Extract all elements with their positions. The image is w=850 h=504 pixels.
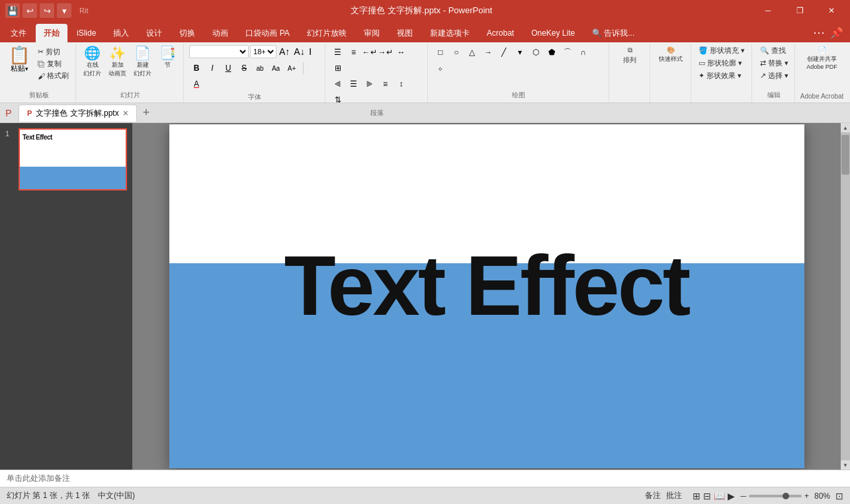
- pin-ribbon-icon[interactable]: 📌: [830, 26, 843, 39]
- note-bar[interactable]: 单击此处添加备注: [0, 470, 850, 487]
- shape4[interactable]: ⌒: [560, 45, 575, 60]
- file-tab-close-button[interactable]: ×: [123, 108, 128, 118]
- tab-design[interactable]: 设计: [138, 24, 170, 42]
- italic-button[interactable]: I: [205, 61, 220, 75]
- view-normal-button[interactable]: ⊞: [693, 491, 701, 501]
- format-painter-button[interactable]: 🖌 格式刷: [35, 70, 71, 81]
- decrease-indent-button[interactable]: ←↵: [362, 45, 377, 60]
- zoom-out-icon[interactable]: ─: [740, 491, 746, 501]
- slide-thumbnail[interactable]: Text Effect: [19, 128, 127, 190]
- rectangle-tool[interactable]: □: [433, 45, 448, 60]
- shape-effect-button[interactable]: ✦ 形状效果 ▾: [696, 70, 747, 81]
- columns-button[interactable]: ⊞: [331, 61, 345, 75]
- rtl-button[interactable]: ↔: [394, 45, 409, 60]
- fit-to-window-button[interactable]: ⊡: [835, 491, 843, 501]
- increase-indent-button[interactable]: →↵: [378, 45, 393, 60]
- shape2[interactable]: ⬡: [529, 45, 543, 60]
- cut-button[interactable]: ✂ 剪切: [35, 46, 71, 58]
- underline-button[interactable]: U: [221, 61, 235, 75]
- tab-slideshow[interactable]: 幻灯片放映: [299, 24, 355, 42]
- arrow-tool[interactable]: →: [481, 45, 495, 60]
- tab-review[interactable]: 审阅: [356, 24, 388, 42]
- font-size-select[interactable]: 18+: [250, 45, 276, 58]
- line-spacing-button[interactable]: ↕: [394, 77, 409, 91]
- align-right-button[interactable]: ⫸: [362, 77, 377, 91]
- charspacing-button[interactable]: ab: [253, 61, 267, 75]
- tab-file[interactable]: 文件: [3, 24, 34, 42]
- shape-fill-button[interactable]: 🪣 形状填充 ▾: [696, 45, 747, 56]
- zoom-in-icon[interactable]: +: [804, 491, 809, 501]
- view-slideshow-button[interactable]: ▶: [728, 491, 735, 501]
- online-slides-button[interactable]: 🌐 在线幻灯片: [81, 45, 105, 79]
- new-animation-button[interactable]: ✨ 新加动画页: [106, 45, 130, 79]
- align-left-button[interactable]: ⫷: [331, 77, 345, 91]
- shape-outline-button[interactable]: ▭ 形状轮廓 ▾: [696, 58, 747, 69]
- tab-pa[interactable]: 口袋动画 PA: [237, 24, 297, 42]
- quick-styles-button[interactable]: 🎨 快速样式: [656, 45, 685, 65]
- circle-tool[interactable]: ○: [449, 45, 464, 60]
- new-slide-button[interactable]: 📄 新建幻灯片: [131, 45, 155, 79]
- section-button[interactable]: 📑 节: [156, 45, 180, 71]
- tab-acrobat[interactable]: Acrobat: [479, 24, 522, 42]
- find-button[interactable]: 🔍 查找: [757, 45, 791, 56]
- paste-button[interactable]: 📋 粘贴▾: [6, 45, 32, 75]
- bullets-button[interactable]: ☰: [331, 45, 345, 60]
- bold-button[interactable]: B: [189, 61, 204, 75]
- view-sorter-button[interactable]: ⊟: [703, 491, 711, 501]
- shape6[interactable]: ⬦: [433, 61, 448, 75]
- text-direction-button[interactable]: ⇅: [331, 93, 345, 107]
- slide-main-text[interactable]: Text Effect: [169, 243, 804, 328]
- copy-button[interactable]: ⿻ 复制: [35, 58, 71, 69]
- notes-button[interactable]: 备注: [645, 490, 661, 501]
- collapse-ribbon-icon[interactable]: ⋯: [813, 25, 825, 40]
- numbering-button[interactable]: ≡: [347, 45, 361, 60]
- save-icon[interactable]: 💾: [5, 3, 20, 18]
- strikethrough-button[interactable]: S: [237, 61, 251, 75]
- file-tab-active[interactable]: P 文字撞色 文字拆解.pptx ×: [19, 105, 137, 122]
- tab-tellme[interactable]: 🔍告诉我...: [584, 24, 642, 42]
- fontsize-ext-button[interactable]: A+: [284, 61, 299, 75]
- tab-newtab[interactable]: 新建选项卡: [422, 24, 478, 42]
- create-pdf-button[interactable]: 📄 创建并共享Adobe PDF: [804, 45, 840, 71]
- shape5[interactable]: ∩: [576, 45, 591, 60]
- increase-font-icon[interactable]: A↑: [278, 45, 291, 58]
- font-family-select[interactable]: [189, 45, 249, 58]
- select-button[interactable]: ↗ 选择 ▾: [757, 70, 791, 81]
- textcase-button[interactable]: Aa: [269, 61, 283, 75]
- clear-format-icon[interactable]: Ⅰ: [308, 45, 313, 58]
- shapes-more-button[interactable]: ▾: [513, 45, 527, 60]
- align-center-button[interactable]: ☰: [347, 77, 361, 91]
- canvas-area[interactable]: Text Effect: [132, 123, 841, 470]
- view-reading-button[interactable]: 📖: [714, 491, 725, 501]
- restore-button[interactable]: ❐: [786, 0, 813, 21]
- triangle-tool[interactable]: △: [465, 45, 480, 60]
- minimize-button[interactable]: ─: [755, 0, 781, 21]
- zoom-level: 80%: [814, 491, 830, 501]
- scroll-thumb[interactable]: [841, 135, 849, 175]
- scroll-down-arrow[interactable]: ▼: [841, 460, 850, 470]
- close-button[interactable]: ✕: [818, 0, 845, 21]
- line-tool[interactable]: ╱: [497, 45, 511, 60]
- tab-home[interactable]: 开始: [36, 24, 67, 42]
- scroll-up-arrow[interactable]: ▲: [841, 123, 850, 132]
- justify-button[interactable]: ≡: [378, 77, 393, 91]
- decrease-font-icon[interactable]: A↓: [292, 45, 306, 58]
- main-area: 1 Text Effect Text Effect ▲ ▼: [0, 123, 850, 470]
- tab-transitions[interactable]: 切换: [171, 24, 203, 42]
- replace-button[interactable]: ⇄ 替换 ▾: [757, 58, 791, 69]
- shape3[interactable]: ⬟: [544, 45, 559, 60]
- arrange-button[interactable]: ⧉ 排列: [618, 45, 642, 66]
- undo-icon[interactable]: ↩: [22, 3, 37, 18]
- tab-insert[interactable]: 插入: [105, 24, 137, 42]
- font-color-button[interactable]: A: [189, 77, 204, 91]
- tab-animations[interactable]: 动画: [204, 24, 236, 42]
- zoom-slider[interactable]: [749, 495, 802, 497]
- add-tab-button[interactable]: +: [138, 105, 154, 121]
- redo-icon[interactable]: ↪: [40, 3, 54, 18]
- tab-view[interactable]: 视图: [389, 24, 421, 42]
- comments-button[interactable]: 批注: [666, 490, 682, 501]
- slide-canvas[interactable]: Text Effect: [169, 124, 804, 468]
- tab-onekey[interactable]: OneKey Lite: [523, 24, 583, 42]
- tab-islide[interactable]: iSlide: [69, 24, 104, 42]
- customize-icon[interactable]: ▾: [57, 3, 71, 18]
